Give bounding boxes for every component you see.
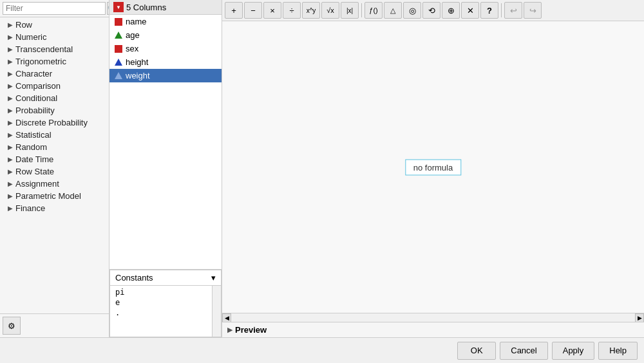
sidebar-item-discrete-probability[interactable]: ▶Discrete Probability	[0, 116, 109, 129]
category-label: Random	[15, 142, 47, 152]
column-item-age[interactable]: age	[109, 28, 222, 42]
sidebar-item-trigonometric[interactable]: ▶Trigonometric	[0, 55, 109, 68]
sidebar-item-row[interactable]: ▶Row	[0, 19, 109, 31]
sidebar-item-character[interactable]: ▶Character	[0, 68, 109, 80]
category-label: Probability	[15, 106, 55, 115]
arrow-icon: ▶	[8, 70, 13, 77]
scroll-track[interactable]	[231, 313, 635, 322]
constants-list: pie.	[109, 286, 222, 337]
column-label: name	[126, 17, 147, 26]
filter-bar: 🔍 ▼	[0, 0, 109, 17]
constants-label: Constants	[115, 273, 153, 283]
category-label: Finance	[15, 203, 45, 213]
category-label: Transcendental	[15, 44, 73, 54]
ok-button[interactable]: OK	[457, 342, 496, 360]
toolbar-separator	[501, 3, 502, 17]
toolbar-btn-func[interactable]: ƒ()	[365, 2, 383, 19]
arrow-icon: ▶	[8, 21, 13, 28]
left-bottom-area: ⚙	[0, 313, 109, 337]
toolbar-btn-add[interactable]: +	[225, 2, 243, 19]
sidebar-item-probability[interactable]: ▶Probability	[0, 104, 109, 116]
sidebar-item-statistical[interactable]: ▶Statistical	[0, 129, 109, 141]
arrow-icon: ▶	[8, 131, 13, 138]
help-button[interactable]: Help	[598, 342, 638, 360]
sidebar-item-conditional[interactable]: ▶Conditional	[0, 92, 109, 104]
toolbar-btn-ring[interactable]: ◎	[403, 2, 421, 19]
bottom-bar: OK Cancel Apply Help	[0, 337, 644, 363]
constants-scrollbar[interactable]	[212, 286, 221, 337]
settings-button[interactable]: ⚙	[3, 317, 21, 335]
toolbar-btn-cross[interactable]: ✕	[461, 2, 479, 19]
scroll-left-arrow[interactable]: ◀	[222, 313, 231, 322]
arrow-icon: ▶	[8, 107, 13, 114]
scroll-right-arrow[interactable]: ▶	[635, 313, 644, 322]
toolbar-btn-cycle[interactable]: ⟲	[422, 2, 440, 19]
sidebar-item-comparison[interactable]: ▶Comparison	[0, 80, 109, 92]
cancel-button[interactable]: Cancel	[500, 342, 547, 360]
left-panel: 🔍 ▼ ▶Row▶Numeric▶Transcendental▶Trigonom…	[0, 0, 109, 337]
column-label: age	[126, 30, 140, 40]
constant-item-pi[interactable]: pi	[115, 287, 216, 297]
toolbar-btn-subtract[interactable]: −	[244, 2, 262, 19]
toolbar-btn-sqrt[interactable]: √x	[321, 2, 339, 19]
constants-dropdown[interactable]: Constants ▾	[109, 270, 222, 286]
nominal-icon	[115, 45, 122, 53]
category-label: Numeric	[15, 32, 46, 42]
formula-area[interactable]: no formula	[222, 21, 644, 313]
sidebar-item-random[interactable]: ▶Random	[0, 141, 109, 153]
column-label: weight	[126, 71, 150, 80]
sidebar-item-transcendental[interactable]: ▶Transcendental	[0, 43, 109, 55]
arrow-icon: ▶	[8, 33, 13, 41]
category-label: Assignment	[15, 179, 59, 189]
category-label: Statistical	[15, 130, 52, 140]
formula-hscrollbar[interactable]: ◀ ▶	[222, 313, 644, 322]
toolbar-btn-question[interactable]: ?	[480, 2, 498, 19]
toolbar-btn-crosshair[interactable]: ⊕	[442, 2, 460, 19]
columns-count-label: 5 Columns	[126, 3, 166, 12]
ordinal-icon	[115, 32, 122, 39]
column-item-name[interactable]: name	[109, 15, 222, 28]
category-label: Row State	[15, 167, 54, 176]
continuous-icon	[115, 72, 122, 79]
category-label: Parametric Model	[15, 191, 81, 201]
category-label: Discrete Probability	[15, 118, 88, 127]
constants-dropdown-arrow: ▾	[211, 273, 216, 283]
toolbar-btn-redo[interactable]: ↪	[524, 2, 542, 19]
sidebar-item-parametric-model[interactable]: ▶Parametric Model	[0, 190, 109, 202]
right-panel: +−×÷x^y√x|x|ƒ()△◎⟲⊕✕?↩↪ no formula ◀ ▶ ▶…	[222, 0, 644, 337]
formula-placeholder: no formula	[405, 159, 461, 175]
arrow-icon: ▶	[8, 119, 13, 126]
preview-expand-arrow[interactable]: ▶	[227, 326, 232, 334]
toolbar-btn-divide[interactable]: ÷	[283, 2, 301, 19]
filter-input[interactable]	[3, 2, 106, 15]
apply-button[interactable]: Apply	[552, 342, 595, 360]
sidebar-item-numeric[interactable]: ▶Numeric	[0, 31, 109, 43]
column-item-sex[interactable]: sex	[109, 42, 222, 55]
column-item-weight[interactable]: weight	[109, 69, 222, 82]
column-item-height[interactable]: height	[109, 55, 222, 69]
column-label: height	[126, 57, 148, 67]
arrow-icon: ▶	[8, 95, 13, 102]
sidebar-item-finance[interactable]: ▶Finance	[0, 202, 109, 214]
preview-bar: ▶ Preview	[222, 322, 644, 337]
category-label: Date Time	[15, 154, 53, 164]
arrow-icon: ▶	[8, 156, 13, 163]
columns-header-icon[interactable]: ▼	[113, 2, 124, 12]
arrow-icon: ▶	[8, 180, 13, 187]
category-label: Trigonometric	[15, 57, 66, 66]
toolbar-btn-power[interactable]: x^y	[302, 2, 320, 19]
toolbar-btn-multiply[interactable]: ×	[263, 2, 281, 19]
constants-area: Constants ▾ pie.	[109, 269, 222, 337]
category-label: Conditional	[15, 93, 57, 103]
sidebar-item-row-state[interactable]: ▶Row State	[0, 165, 109, 178]
category-label: Comparison	[15, 81, 61, 91]
toolbar-btn-up[interactable]: △	[384, 2, 402, 19]
arrow-icon: ▶	[8, 46, 13, 53]
sidebar-item-date-time[interactable]: ▶Date Time	[0, 153, 109, 165]
toolbar-btn-undo[interactable]: ↩	[504, 2, 522, 19]
constant-item-.[interactable]: .	[115, 308, 216, 318]
toolbar-btn-abs[interactable]: |x|	[341, 2, 359, 19]
arrow-icon: ▶	[8, 58, 13, 65]
sidebar-item-assignment[interactable]: ▶Assignment	[0, 178, 109, 190]
constant-item-e[interactable]: e	[115, 297, 216, 308]
